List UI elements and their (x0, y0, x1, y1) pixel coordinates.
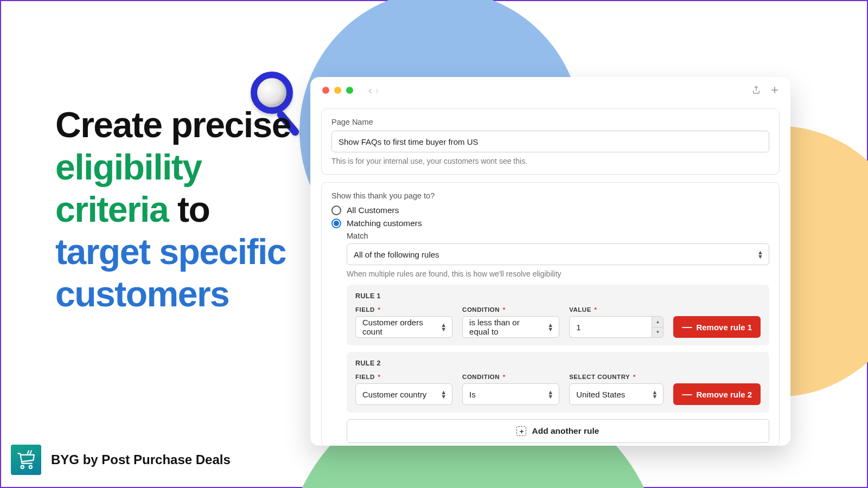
audience-all-label: All Customers (347, 206, 399, 215)
radio-checked-icon (331, 219, 341, 228)
match-select-value: All of the following rules (354, 250, 439, 259)
window-traffic-lights (322, 87, 353, 94)
match-helper: When multiple rules are found, this is h… (347, 269, 769, 278)
app-branding: BYG by Post Purchase Deals (11, 445, 231, 475)
rule-condition-label: CONDITION * (462, 306, 559, 313)
window-body: Page Name This is for your internal use,… (310, 103, 790, 446)
match-label: Match (347, 232, 769, 240)
add-rule-label: Add another rule (532, 426, 599, 436)
rule-value-select-value: United States (576, 390, 625, 399)
rule-value-label: SELECT COUNTRY * (569, 374, 663, 380)
audience-card: Show this thank you page to? All Custome… (321, 182, 780, 446)
rule-title: RULE 1 (355, 292, 761, 300)
page-name-helper: This is for your internal use, your cust… (331, 157, 769, 165)
rule-condition-value: Is (469, 390, 476, 399)
select-chevrons-icon: ▲▼ (547, 323, 553, 331)
headline-suffix: to (168, 189, 209, 229)
marketing-headline: Create precise eligibility criteria to t… (55, 104, 294, 315)
page-name-label: Page Name (331, 118, 769, 126)
rule-condition-label: CONDITION * (462, 374, 559, 380)
window-titlebar: ‹ › + (310, 77, 790, 103)
rule-field-select[interactable]: Customer orders count ▲▼ (355, 316, 452, 338)
rule-field-label: FIELD * (355, 374, 452, 380)
rule-value-number-input[interactable]: 1 ▲▼ (569, 316, 663, 338)
window-close-icon[interactable] (322, 87, 329, 94)
rule-value-number-display: 1 (569, 316, 652, 338)
rule-condition-select[interactable]: Is ▲▼ (462, 383, 559, 405)
radio-icon (331, 206, 341, 215)
rule-field-label: FIELD * (355, 306, 452, 313)
remove-rule-label: Remove rule 1 (696, 323, 752, 332)
page-name-card: Page Name This is for your internal use,… (321, 108, 780, 175)
nav-forward-icon[interactable]: › (375, 85, 379, 95)
add-dashed-plus-icon: + (516, 426, 526, 436)
svg-point-1 (29, 466, 32, 468)
match-select[interactable]: All of the following rules ▲▼ (347, 243, 769, 265)
rule-card: RULE 1 FIELD * Customer orders count ▲▼ … (347, 285, 769, 345)
rule-field-select[interactable]: Customer country ▲▼ (355, 383, 452, 405)
stepper-up-icon[interactable]: ▲ (652, 317, 663, 328)
select-chevrons-icon: ▲▼ (757, 250, 763, 259)
remove-rule-label: Remove rule 2 (696, 390, 752, 399)
add-tab-icon[interactable]: + (771, 85, 778, 95)
share-icon[interactable] (751, 85, 761, 95)
audience-all-radio[interactable]: All Customers (331, 206, 769, 215)
headline-line1: Create precise (55, 105, 291, 145)
audience-prompt: Show this thank you page to? (331, 191, 769, 200)
rule-condition-value: is less than or equal to (469, 318, 540, 336)
page-name-input[interactable] (331, 131, 769, 152)
rule-value-label: VALUE * (569, 306, 663, 313)
select-chevrons-icon: ▲▼ (547, 390, 553, 399)
rule-condition-select[interactable]: is less than or equal to ▲▼ (462, 316, 559, 338)
nav-back-icon[interactable]: ‹ (368, 85, 372, 95)
brand-name: BYG by Post Purchase Deals (51, 452, 231, 467)
app-window: ‹ › + Page Name This is for your interna… (310, 77, 790, 446)
select-chevrons-icon: ▲▼ (441, 323, 446, 331)
rule-title: RULE 2 (355, 359, 761, 367)
brand-logo-icon (11, 445, 41, 475)
audience-matching-label: Matching customers (347, 219, 422, 228)
window-maximize-icon[interactable] (346, 87, 353, 94)
rule-field-value: Customer country (362, 390, 426, 399)
rule-field-value: Customer orders count (362, 318, 433, 336)
window-minimize-icon[interactable] (334, 87, 341, 94)
headline-highlight-blue: target specific customers (55, 232, 286, 314)
rule-card: RULE 2 FIELD * Customer country ▲▼ CONDI… (347, 352, 769, 413)
rule-value-select[interactable]: United States ▲▼ (569, 383, 663, 405)
remove-rule-button[interactable]: — Remove rule 2 (673, 383, 761, 405)
stepper-down-icon[interactable]: ▼ (652, 328, 663, 338)
remove-rule-button[interactable]: — Remove rule 1 (673, 316, 761, 338)
add-rule-button[interactable]: + Add another rule (347, 419, 769, 443)
select-chevrons-icon: ▲▼ (441, 390, 446, 399)
marketing-frame: Create precise eligibility criteria to t… (0, 0, 868, 488)
svg-point-0 (21, 466, 24, 468)
audience-matching-radio[interactable]: Matching customers (331, 219, 769, 228)
number-stepper[interactable]: ▲▼ (652, 316, 663, 338)
select-chevrons-icon: ▲▼ (652, 390, 658, 399)
